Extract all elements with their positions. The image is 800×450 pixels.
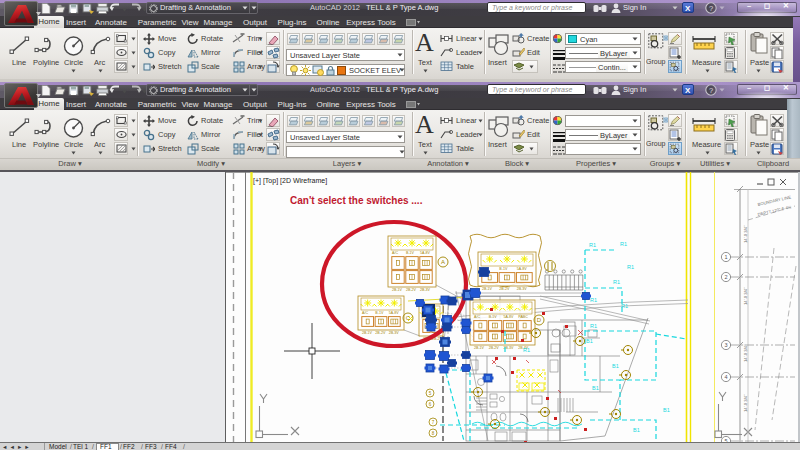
svg-text:5A-8V: 5A-8V (517, 267, 528, 271)
svg-text:B-1V: B-1V (499, 267, 508, 271)
svg-text:R1: R1 (621, 303, 628, 309)
svg-text:2B-1V: 2B-1V (392, 288, 403, 292)
svg-text:2: 2 (724, 274, 727, 280)
svg-text:2B-3V: 2B-3V (420, 288, 431, 292)
svg-text:PABC: PABC (518, 315, 528, 319)
svg-text:[+] [Top] [2D Wireframe]: [+] [Top] [2D Wireframe] (253, 177, 327, 185)
svg-text:B-1V: B-1V (406, 251, 415, 255)
svg-text:2B-3V: 2B-3V (389, 331, 400, 335)
svg-text:B1: B1 (592, 385, 599, 391)
svg-text:B1: B1 (612, 363, 619, 369)
svg-text:2B-3V: 2B-3V (517, 287, 528, 291)
svg-text:2B-2V: 2B-2V (375, 331, 386, 335)
svg-text:1: 1 (724, 254, 727, 260)
svg-text:2B-1V: 2B-1V (482, 287, 493, 291)
svg-text:14'-0 3/4": 14'-0 3/4" (743, 394, 748, 412)
svg-text:2B-2V: 2B-2V (499, 287, 510, 291)
svg-text:3: 3 (724, 342, 727, 348)
svg-text:R1: R1 (523, 347, 530, 353)
svg-text:B-1V: B-1V (375, 311, 384, 315)
svg-text:B-1V: B-1V (489, 315, 498, 319)
svg-text:2B-2V: 2B-2V (406, 288, 417, 292)
svg-text:5A-8V: 5A-8V (504, 315, 515, 319)
svg-text:B1: B1 (586, 338, 593, 344)
svg-text:2B-1V: 2B-1V (362, 331, 373, 335)
svg-text:4: 4 (724, 374, 727, 380)
svg-text:A/C: A/C (362, 311, 368, 315)
svg-text:R1: R1 (613, 279, 620, 285)
svg-text:R1: R1 (590, 297, 597, 303)
svg-text:Can't select the switches ....: Can't select the switches .... (290, 195, 423, 206)
svg-text:A/C: A/C (474, 315, 480, 319)
svg-text:B1: B1 (633, 427, 640, 433)
svg-text:A: A (441, 259, 445, 265)
svg-text:R1: R1 (590, 323, 597, 329)
svg-text:D: D (537, 317, 542, 323)
svg-text:A/C: A/C (392, 251, 398, 255)
svg-text:14'-0 3/4": 14'-0 3/4" (743, 344, 748, 362)
svg-text:R1: R1 (620, 241, 627, 247)
svg-text:C: C (406, 315, 411, 321)
svg-text:14'-0 3/4": 14'-0 3/4" (743, 225, 748, 243)
svg-text:R1: R1 (589, 242, 596, 248)
svg-text:2B-1V: 2B-1V (474, 346, 485, 350)
svg-text:R1: R1 (627, 264, 634, 270)
svg-text:5A-8V: 5A-8V (420, 251, 431, 255)
svg-text:B1: B1 (663, 407, 670, 413)
svg-text:14'-0 3/4": 14'-0 3/4" (743, 287, 748, 305)
svg-text:2B-2V: 2B-2V (489, 346, 500, 350)
svg-text:5A-8V: 5A-8V (389, 311, 400, 315)
